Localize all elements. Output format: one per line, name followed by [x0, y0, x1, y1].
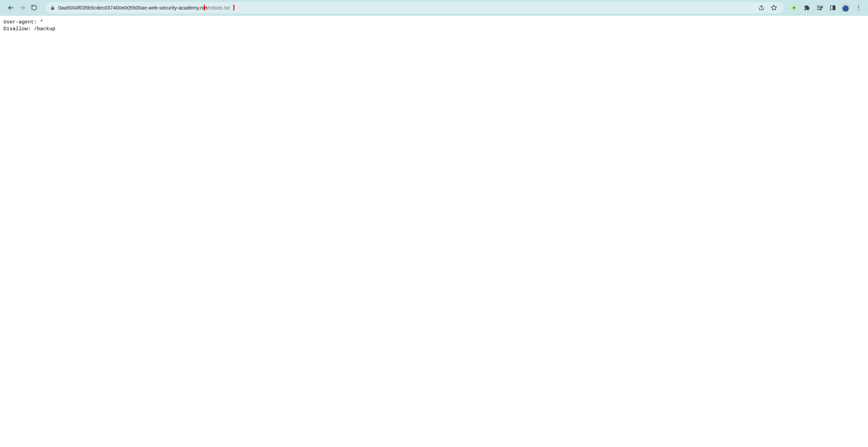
plus-button[interactable] — [789, 2, 799, 13]
nav-buttons — [3, 2, 42, 13]
svg-marker-3 — [771, 5, 776, 10]
forward-icon — [19, 4, 26, 11]
url-domain: 0aa5004f035b5cdec037400e005500ae.web-sec… — [58, 5, 207, 11]
avatar-icon — [841, 3, 850, 12]
lock-icon[interactable] — [50, 5, 55, 10]
share-button[interactable] — [756, 2, 767, 13]
panel-icon — [830, 5, 836, 11]
share-icon — [758, 5, 765, 11]
back-icon — [7, 4, 14, 11]
side-panel-button[interactable] — [827, 2, 838, 13]
address-bar[interactable]: 0aa5004f035b5cdec037400e005500ae.web-sec… — [45, 2, 784, 14]
browser-toolbar: 0aa5004f035b5cdec037400e005500ae.web-sec… — [0, 0, 868, 16]
url-text: 0aa5004f035b5cdec037400e005500ae.web-sec… — [58, 5, 753, 11]
media-controls-button[interactable] — [814, 2, 825, 13]
back-button[interactable] — [5, 2, 16, 13]
bookmark-icon — [771, 4, 777, 11]
menu-button[interactable] — [853, 2, 864, 13]
reload-button[interactable] — [28, 2, 39, 13]
menu-icon — [858, 5, 859, 10]
svg-rect-10 — [833, 6, 835, 10]
forward-button — [17, 2, 28, 13]
url-path-highlight: /robots.txt — [207, 5, 230, 11]
url-path: /robots.txt — [207, 5, 230, 11]
reload-icon — [31, 4, 37, 11]
toolbar-actions — [787, 2, 865, 13]
address-bar-actions — [756, 2, 779, 13]
extensions-button[interactable] — [802, 2, 812, 13]
profile-button[interactable] — [840, 2, 851, 13]
page-content: User-agent: * Disallow: /backup — [0, 16, 868, 36]
bookmark-button[interactable] — [768, 2, 779, 13]
playlist-icon — [816, 4, 823, 11]
plus-icon — [790, 4, 798, 12]
extension-icon — [804, 5, 810, 11]
